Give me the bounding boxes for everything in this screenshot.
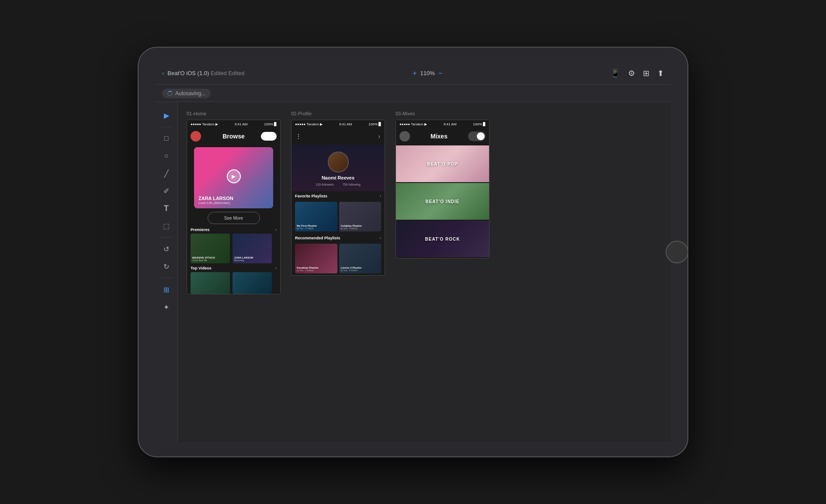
mixes-status-left: ●●●●● Tandem ▶ bbox=[399, 122, 427, 126]
mix-card-indie[interactable]: BEAT'O INDIE bbox=[396, 183, 489, 220]
profile-avatar bbox=[328, 152, 349, 173]
layers-icon[interactable]: ⊞ bbox=[643, 69, 649, 78]
profile-status-left: ●●●●● Tandem ▶ bbox=[295, 122, 323, 126]
profile-stats: 128 followers 756 following bbox=[316, 183, 360, 186]
toolbar-divider-3 bbox=[160, 278, 173, 278]
top-video-card-1[interactable] bbox=[191, 272, 230, 294]
fill-tool-button[interactable]: ✐ bbox=[159, 183, 174, 199]
rec-playlists-more-icon[interactable]: › bbox=[380, 236, 381, 240]
premieres-row: MASSIVE ATTACK Come Near Me ZARA LARSON … bbox=[187, 234, 280, 263]
rec-2-sub: by You · 3 Videos bbox=[341, 269, 380, 272]
project-title: Beat'O iOS (1.0) Edited Edited bbox=[167, 70, 244, 76]
redo-button[interactable]: ↻ bbox=[159, 259, 174, 274]
pen-tool-button[interactable]: ╱ bbox=[159, 166, 174, 181]
profile-nav-icon[interactable]: › bbox=[378, 133, 380, 140]
hero-section: ▶ ZARA LARSON Lush Life (Alternate) bbox=[187, 145, 280, 208]
left-toolbar: ▶ □ ○ ╱ ✐ T ⬚ ↺ ↻ ⊞ ✦ bbox=[155, 102, 178, 442]
rec-playlists-label: Recommended Playlists bbox=[295, 236, 340, 240]
top-videos-header: Top Videos › bbox=[187, 266, 280, 270]
rec-2-info: Larson 2 Playlist by You · 3 Videos bbox=[341, 266, 380, 272]
mixes-status-time: 9:41 AM bbox=[444, 122, 456, 126]
hero-artist: ZARA LARSON bbox=[198, 196, 233, 201]
ellipse-tool-button[interactable]: ○ bbox=[159, 148, 174, 164]
title-text: Beat'O iOS (1.0) bbox=[167, 70, 209, 76]
screen-profile-label: 02-Profile bbox=[291, 111, 385, 116]
rec-card-2[interactable]: Larson 2 Playlist by You · 3 Videos bbox=[339, 244, 382, 273]
top-video-card-2[interactable] bbox=[233, 272, 272, 294]
see-more-button[interactable]: See More bbox=[208, 212, 260, 224]
hero-play-button[interactable]: ▶ bbox=[227, 169, 241, 183]
mix-pop-label: BEAT'O POP bbox=[427, 162, 458, 166]
fav-playlists-more-icon[interactable]: › bbox=[380, 194, 381, 198]
top-bar-actions: 📱 ⚙ ⊞ ⬆ bbox=[611, 69, 664, 78]
zoom-controls: + 110% − bbox=[413, 69, 442, 77]
premiere-card-1-text: MASSIVE ATTACK Come Near Me bbox=[192, 256, 215, 262]
profile-header: ⋮ › bbox=[292, 128, 385, 145]
autosave-label: Autosaving... bbox=[175, 90, 205, 97]
share-icon[interactable]: ⬆ bbox=[657, 69, 664, 78]
device-preview-icon[interactable]: 📱 bbox=[611, 69, 620, 78]
top-videos-more-icon[interactable]: › bbox=[275, 266, 277, 270]
back-button[interactable]: ‹ bbox=[162, 70, 164, 76]
mixes-status-bar: ●●●●● Tandem ▶ 9:41 AM 100% ▉ bbox=[396, 120, 489, 128]
mixes-title: Mixes bbox=[430, 133, 448, 140]
rec-playlists-header: Recommended Playlists › bbox=[292, 236, 385, 240]
screen-home-column: 01-Home ●●●●● Tandem ▶ 9:41 AM 100% ▉ Br… bbox=[187, 111, 281, 294]
browse-header: Browse bbox=[187, 128, 280, 145]
premiere-card-1[interactable]: MASSIVE ATTACK Come Near Me bbox=[191, 234, 230, 263]
text-tool-button[interactable]: T bbox=[159, 200, 174, 216]
tablet-inner: ‹ Beat'O iOS (1.0) Edited Edited + 110% … bbox=[155, 62, 671, 442]
premieres-more-icon[interactable]: › bbox=[275, 228, 277, 232]
fav-playlists-header: Favorite Playlists › bbox=[292, 194, 385, 198]
premiere-card-2[interactable]: ZARA LARSON Becoming bbox=[233, 234, 272, 263]
screen-mixes-column: 03-Mixes ●●●●● Tandem ▶ 9:41 AM 100% ▉ M… bbox=[396, 111, 489, 259]
rectangle-tool-button[interactable]: □ bbox=[159, 131, 174, 146]
browse-toggle[interactable] bbox=[261, 132, 277, 141]
hero-text: ZARA LARSON Lush Life (Alternate) bbox=[198, 196, 233, 205]
zoom-out-button[interactable]: − bbox=[438, 69, 442, 77]
followers-count: 128 followers bbox=[316, 183, 333, 186]
mix-rock-label: BEAT'O ROCK bbox=[425, 237, 460, 242]
profile-dots-icon[interactable]: ⋮ bbox=[296, 133, 302, 139]
rec-card-1[interactable]: Kasabian Playlist by You · 3 Videos bbox=[295, 244, 337, 273]
top-videos-label: Top Videos bbox=[191, 266, 212, 270]
zoom-in-button[interactable]: + bbox=[413, 69, 416, 77]
frame-tool-button[interactable]: ⬚ bbox=[159, 218, 174, 234]
favorite-playlists-grid: My First Playlist by You · 3 Videos Cold… bbox=[292, 200, 385, 233]
premiere-song-1: Come Near Me bbox=[192, 259, 215, 262]
premiere-song-2: Becoming bbox=[234, 259, 253, 262]
undo-button[interactable]: ↺ bbox=[159, 241, 174, 257]
tablet-frame: ‹ Beat'O iOS (1.0) Edited Edited + 110% … bbox=[138, 47, 688, 457]
mixes-header: Mixes bbox=[396, 128, 489, 145]
toolbar-divider-2 bbox=[160, 237, 173, 238]
home-status-right: 100% ▉ bbox=[264, 122, 277, 126]
profile-hero: Naomi Reeves 128 followers 756 following bbox=[292, 145, 385, 191]
home-status-time: 9:41 AM bbox=[235, 122, 247, 126]
share-tool-button[interactable]: ✦ bbox=[159, 299, 174, 315]
profile-status-bar: ●●●●● Tandem ▶ 9:41 AM 100% ▉ bbox=[292, 120, 385, 128]
playlist-card-2[interactable]: Coldplay Playlist by You · 3 Videos bbox=[339, 202, 382, 231]
home-button[interactable] bbox=[666, 241, 688, 263]
playlist-1-sub: by You · 3 Videos bbox=[297, 227, 336, 230]
mix-indie-label: BEAT'O INDIE bbox=[425, 199, 459, 204]
toolbar-divider-1 bbox=[160, 127, 173, 127]
grid-view-button[interactable]: ⊞ bbox=[159, 282, 174, 297]
prototype-icon[interactable]: ⚙ bbox=[628, 69, 635, 78]
browse-avatar bbox=[191, 131, 201, 142]
hero-card[interactable]: ▶ ZARA LARSON Lush Life (Alternate) bbox=[194, 147, 273, 208]
spinner-icon bbox=[167, 91, 173, 96]
mixes-avatar bbox=[399, 131, 410, 142]
back-chevron-icon: ‹ bbox=[162, 70, 164, 76]
play-tool-button[interactable]: ▶ bbox=[159, 107, 174, 123]
playlist-2-sub: by You · 3 Videos bbox=[341, 227, 380, 230]
mix-card-pop[interactable]: BEAT'O POP bbox=[396, 145, 489, 182]
autosave-bar: Autosaving... bbox=[155, 85, 671, 102]
screen-home-frame: ●●●●● Tandem ▶ 9:41 AM 100% ▉ Browse bbox=[187, 120, 281, 294]
screen-profile-frame: ●●●●● Tandem ▶ 9:41 AM 100% ▉ ⋮ › Nao bbox=[291, 120, 385, 276]
profile-status-time: 9:41 AM bbox=[339, 122, 352, 126]
mix-card-rock[interactable]: BEAT'O ROCK bbox=[396, 221, 489, 257]
profile-name: Naomi Reeves bbox=[322, 175, 354, 180]
mixes-toggle-knob bbox=[477, 132, 485, 140]
mixes-toggle[interactable] bbox=[468, 131, 486, 141]
playlist-card-1[interactable]: My First Playlist by You · 3 Videos bbox=[295, 202, 337, 231]
